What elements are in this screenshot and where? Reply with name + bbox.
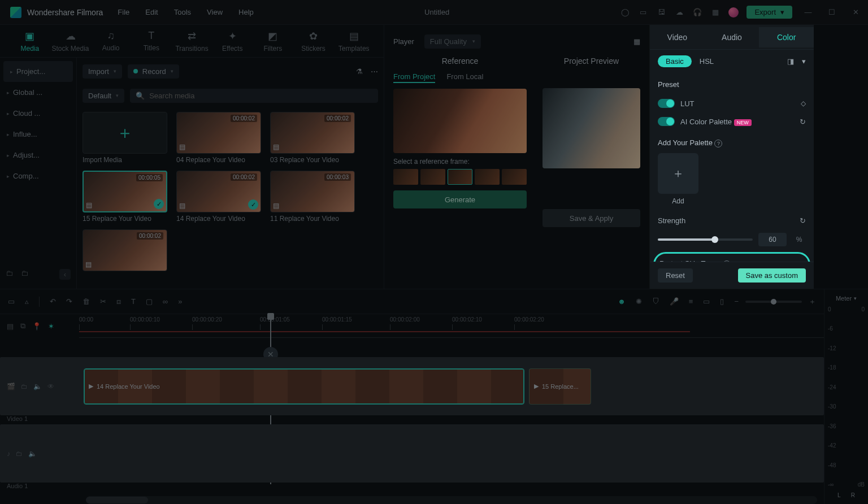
tab-audio[interactable]: ♫Audio (91, 30, 131, 52)
link-icon[interactable]: ∞ (163, 297, 168, 306)
menu-view[interactable]: View (207, 8, 223, 16)
ref-frame[interactable] (420, 169, 445, 185)
import-media-tile[interactable]: ＋ (83, 112, 167, 154)
inspector-tab-video[interactable]: Video (650, 27, 705, 47)
subtab-hsl[interactable]: HSL (700, 57, 714, 66)
tab-from-local[interactable]: From Local (446, 72, 483, 83)
strength-slider[interactable] (658, 238, 753, 241)
save-icon[interactable]: 🖫 (656, 7, 666, 18)
inspector-tab-audio[interactable]: Audio (705, 27, 760, 47)
media-item[interactable]: 00:00:02▤ (83, 229, 167, 271)
search-media[interactable]: 🔍 (130, 89, 378, 103)
screen-icon[interactable]: ▭ (703, 297, 710, 306)
project-preview[interactable] (542, 88, 640, 168)
tab-stock-media[interactable]: ☁Stock Media (51, 30, 90, 53)
import-dropdown[interactable]: Import▾ (83, 64, 122, 79)
track-add-icon[interactable]: ▤ (7, 322, 14, 331)
tab-from-project[interactable]: From Project (393, 72, 435, 83)
subtab-basic[interactable]: Basic (658, 55, 692, 67)
record-dropdown[interactable]: Record▾ (128, 64, 179, 79)
menu-edit[interactable]: Edit (145, 8, 158, 16)
window-minimize[interactable]: — (800, 8, 816, 16)
ref-frame[interactable] (448, 169, 472, 185)
undo-icon[interactable]: ↶ (50, 297, 56, 306)
frame-icon[interactable]: ▢ (146, 297, 153, 306)
ref-frame[interactable] (475, 169, 500, 185)
timeline-ruler[interactable]: 00:00 00:00:00:10 00:00:00:20 00:00:01:0… (79, 314, 824, 338)
reset-button[interactable]: Reset (658, 268, 693, 283)
track-pin-icon[interactable]: 📍 (32, 322, 41, 331)
strength-knob[interactable] (711, 236, 718, 243)
ref-frame[interactable] (393, 169, 418, 185)
tab-transitions[interactable]: ⇄Transitions (172, 30, 212, 53)
mic-icon[interactable]: 🎤 (670, 297, 679, 306)
tree-project[interactable]: Project... (3, 61, 73, 82)
record-status-icon[interactable]: ◯ (620, 7, 630, 18)
text-icon[interactable]: T (131, 297, 136, 306)
compare-icon[interactable]: ◨ (787, 57, 794, 66)
crop-icon[interactable]: ⧈ (116, 297, 121, 306)
inspector-tab-color[interactable]: Color (759, 27, 814, 47)
tool-pointer-icon[interactable]: ▵ (25, 297, 29, 306)
expand-icon[interactable]: ▾ (802, 57, 806, 66)
save-as-custom-button[interactable]: Save as custom (738, 268, 806, 283)
zoom-in-icon[interactable]: ＋ (809, 297, 816, 307)
media-item[interactable]: 00:00:02▤✓ (176, 171, 261, 212)
new-folder-icon[interactable]: 🗀 (6, 269, 13, 280)
enhance-icon[interactable]: ✺ (636, 297, 642, 306)
keyframe-icon[interactable]: ◇ (801, 99, 806, 107)
track-link-icon[interactable]: ⧉ (20, 321, 25, 331)
folder-icon[interactable]: 🗀 (16, 450, 23, 458)
reset-ai-palette-icon[interactable]: ↻ (800, 118, 806, 126)
window-close[interactable]: ✕ (848, 8, 863, 16)
media-item[interactable]: 00:00:02▤ (176, 112, 261, 154)
media-item[interactable]: 00:00:03▤ (270, 171, 355, 212)
ai-face-icon[interactable]: ☻ (618, 297, 626, 306)
headset-icon[interactable]: 🎧 (692, 7, 702, 18)
help-icon[interactable]: ? (723, 260, 731, 262)
layout-icon[interactable]: ▦ (633, 37, 640, 46)
search-input[interactable] (149, 92, 372, 100)
ref-frame[interactable] (502, 169, 527, 185)
tool-expand-icon[interactable]: ▭ (8, 297, 15, 306)
sort-dropdown[interactable]: Default▾ (83, 89, 124, 103)
video-clip[interactable]: ▶14 Replace Your Video (84, 368, 524, 405)
menu-tools[interactable]: Tools (174, 8, 191, 16)
delete-icon[interactable]: 🗑 (83, 297, 90, 306)
reset-skin-icon[interactable]: ↻ (798, 260, 804, 262)
tab-templates[interactable]: ▤Templates (334, 30, 374, 53)
zoom-out-icon[interactable]: − (734, 297, 739, 306)
zoom-slider[interactable] (745, 301, 802, 303)
cloud-icon[interactable]: ☁ (674, 7, 684, 18)
apps-icon[interactable]: ▦ (710, 7, 721, 18)
add-palette-button[interactable]: ＋ (658, 153, 698, 194)
generate-button[interactable]: Generate (393, 190, 527, 208)
tab-stickers[interactable]: ✿Stickers (294, 30, 333, 53)
media-item[interactable]: 00:00:02▤ (270, 112, 355, 154)
video-track-icon[interactable]: 🎬 (7, 383, 15, 390)
lut-toggle[interactable] (658, 99, 675, 108)
more-icon[interactable]: ⋯ (371, 67, 378, 76)
reset-strength-icon[interactable]: ↻ (800, 216, 806, 225)
video-lane[interactable]: ▶14 Replace Your Video ▶15 Replace... (79, 367, 824, 406)
meter-label[interactable]: Meter ▾ (836, 295, 857, 302)
audio-track-icon[interactable]: ♪ (7, 450, 10, 458)
menu-help[interactable]: Help (238, 8, 254, 16)
redo-icon[interactable]: ↷ (66, 297, 72, 306)
export-button[interactable]: Export▾ (747, 6, 792, 19)
window-maximize[interactable]: ☐ (824, 8, 840, 16)
tab-media[interactable]: ▣Media (10, 30, 50, 53)
more-tools-icon[interactable]: » (178, 297, 182, 306)
visibility-icon[interactable]: 👁 (47, 383, 54, 390)
device-icon[interactable]: ▭ (638, 7, 648, 18)
help-icon[interactable]: ? (714, 140, 722, 147)
folder-icon[interactable]: 🗀 (21, 383, 28, 390)
mute-icon[interactable]: 🔈 (28, 450, 37, 458)
music-icon[interactable]: ≡ (689, 297, 693, 306)
tree-global[interactable]: Global ... (0, 82, 76, 103)
tree-cloud[interactable]: Cloud ... (0, 103, 76, 124)
new-bin-icon[interactable]: 🗀 (21, 269, 28, 280)
tree-compound[interactable]: Comp... (0, 166, 76, 186)
reference-preview[interactable] (393, 89, 527, 153)
audio-lane[interactable] (79, 445, 824, 462)
